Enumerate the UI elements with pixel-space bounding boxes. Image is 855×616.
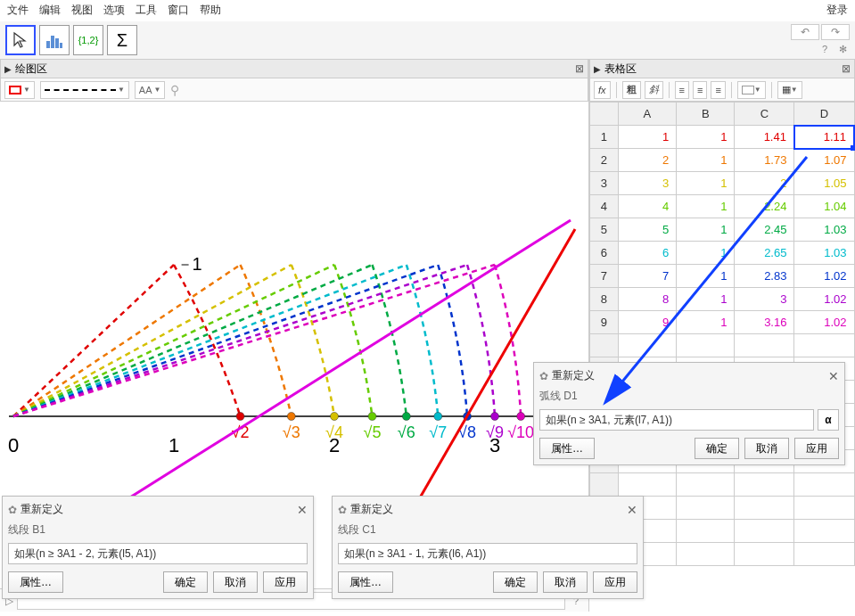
row-header[interactable]: 3	[590, 172, 619, 195]
menu-login[interactable]: 登录	[826, 3, 848, 18]
close-icon[interactable]: ✕	[828, 369, 839, 383]
row-header[interactable]: 6	[590, 242, 619, 265]
menu-edit[interactable]: 编辑	[39, 3, 61, 18]
align-center-button[interactable]: ≡	[693, 81, 707, 99]
line-style-picker[interactable]: ▼	[40, 81, 129, 99]
collapse-icon[interactable]: ▶	[594, 64, 601, 74]
col-header[interactable]: C	[735, 103, 794, 126]
cell[interactable]: 7	[618, 265, 676, 288]
label-style-picker[interactable]: AA▼	[135, 81, 166, 99]
apply-button[interactable]: 应用	[593, 571, 637, 593]
cell[interactable]: 1	[677, 172, 735, 195]
cell[interactable]: 2.65	[735, 242, 794, 265]
cell[interactable]: 1	[677, 218, 735, 242]
color-picker[interactable]: ▼	[4, 81, 35, 99]
tool-move[interactable]	[5, 25, 36, 55]
properties-button[interactable]: 属性…	[539, 438, 595, 459]
cell[interactable]: 5	[618, 218, 676, 242]
cell[interactable]: 1	[677, 265, 735, 288]
cell[interactable]: 3.16	[735, 311, 794, 334]
menu-tools[interactable]: 工具	[136, 3, 157, 18]
ok-button[interactable]: 确定	[695, 438, 739, 459]
cell[interactable]: 1	[677, 195, 735, 218]
redefine-input[interactable]	[539, 409, 814, 431]
cell[interactable]: 9	[618, 311, 676, 334]
settings-icon[interactable]: ✻	[835, 42, 850, 56]
close-icon[interactable]: ✕	[297, 503, 308, 517]
cell[interactable]: 2.45	[735, 218, 794, 242]
close-icon[interactable]: ⊠	[842, 62, 851, 75]
apply-button[interactable]: 应用	[794, 438, 839, 459]
cell[interactable]: 1.73	[735, 149, 794, 172]
help-icon[interactable]: ?	[818, 42, 832, 56]
row-header[interactable]: 7	[590, 265, 619, 288]
pin-icon[interactable]: ⚲	[170, 83, 179, 97]
cell[interactable]: 1.02	[794, 265, 854, 288]
tool-sum[interactable]: Σ	[107, 25, 137, 55]
bold-button[interactable]: 粗	[622, 81, 641, 99]
cancel-button[interactable]: 取消	[543, 571, 588, 593]
cell[interactable]: 1	[677, 242, 735, 265]
ok-button[interactable]: 确定	[163, 571, 208, 593]
close-icon[interactable]: ✕	[627, 503, 637, 517]
cell[interactable]: 3	[735, 288, 794, 311]
row-header[interactable]: 8	[590, 288, 619, 311]
properties-button[interactable]: 属性…	[338, 571, 393, 593]
tool-histogram[interactable]	[39, 25, 70, 55]
cell[interactable]: 1	[677, 149, 735, 172]
border-button[interactable]: ▦▼	[777, 81, 802, 99]
row-header[interactable]: 5	[590, 218, 619, 242]
cell[interactable]: 2	[618, 149, 676, 172]
cell[interactable]: 1.03	[794, 242, 854, 265]
menu-window[interactable]: 窗口	[168, 3, 189, 18]
col-header[interactable]: A	[618, 103, 676, 126]
cell[interactable]: 1.03	[794, 218, 854, 242]
redo-button[interactable]: ↷	[821, 24, 850, 40]
cell[interactable]: 1	[677, 288, 735, 311]
cell[interactable]: 2	[735, 172, 794, 195]
col-header[interactable]: B	[677, 103, 735, 126]
italic-button[interactable]: 斜	[645, 81, 663, 99]
cell[interactable]: 1	[618, 126, 676, 149]
close-icon[interactable]: ⊠	[575, 62, 584, 75]
fx-button[interactable]: fx	[594, 81, 611, 99]
cell[interactable]: 3	[618, 172, 676, 195]
cancel-button[interactable]: 取消	[213, 571, 258, 593]
undo-button[interactable]: ↶	[791, 24, 819, 40]
cell[interactable]: 2.24	[735, 195, 794, 218]
tool-list[interactable]: {1,2}	[73, 25, 103, 55]
apply-button[interactable]: 应用	[263, 571, 308, 593]
cell[interactable]: 1.02	[794, 288, 854, 311]
menu-view[interactable]: 视图	[71, 3, 93, 18]
row-header[interactable]: 2	[590, 149, 619, 172]
cell[interactable]: 1.41	[735, 126, 794, 149]
ok-button[interactable]: 确定	[493, 571, 538, 593]
cell[interactable]: 2.83	[735, 265, 794, 288]
redefine-input[interactable]	[338, 543, 637, 564]
cell[interactable]: 6	[618, 242, 676, 265]
cell[interactable]: 1.05	[794, 172, 854, 195]
redefine-input[interactable]	[8, 543, 308, 564]
properties-button[interactable]: 属性…	[8, 571, 63, 593]
menu-help[interactable]: 帮助	[200, 3, 221, 18]
collapse-icon[interactable]: ▶	[4, 64, 12, 74]
cell[interactable]: 1.07	[794, 149, 854, 172]
alpha-button[interactable]: α	[818, 409, 839, 431]
menu-options[interactable]: 选项	[103, 3, 125, 18]
row-header[interactable]: 4	[590, 195, 619, 218]
cell[interactable]: 1.11	[794, 126, 854, 149]
col-header[interactable]: D	[794, 103, 854, 126]
cell[interactable]: 1.04	[794, 195, 854, 218]
row-header[interactable]: 9	[590, 311, 619, 334]
cell[interactable]: 1.02	[794, 311, 854, 334]
cell[interactable]: 1	[677, 311, 735, 334]
cell[interactable]: 1	[677, 126, 735, 149]
cell[interactable]: 8	[618, 288, 676, 311]
cell[interactable]: 4	[618, 195, 676, 218]
menu-file[interactable]: 文件	[7, 3, 29, 18]
align-right-button[interactable]: ≡	[711, 81, 725, 99]
bg-color-button[interactable]: ▼	[737, 81, 766, 99]
row-header[interactable]: 1	[590, 126, 619, 149]
align-left-button[interactable]: ≡	[675, 81, 689, 99]
cancel-button[interactable]: 取消	[744, 438, 789, 459]
